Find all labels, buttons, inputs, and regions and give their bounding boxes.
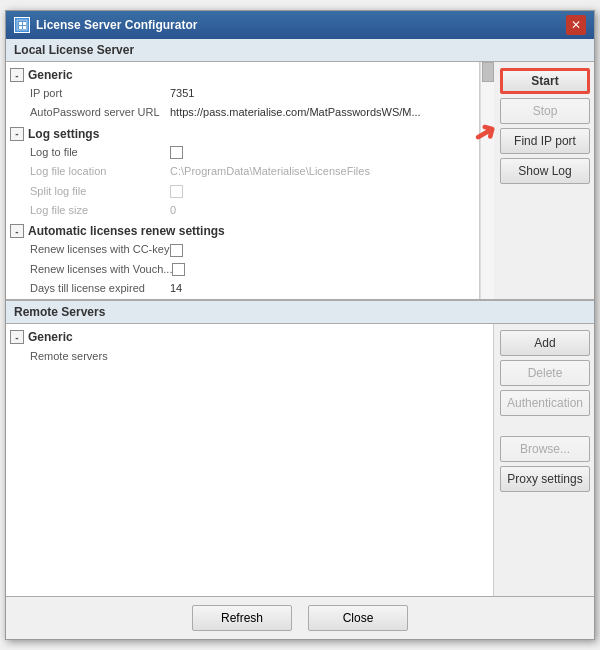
renew-vouch-row: Renew licenses with Vouch...	[10, 260, 475, 279]
log-settings-header[interactable]: - Log settings	[10, 125, 475, 143]
log-settings-group: - Log settings Log to file Log file loca…	[10, 125, 475, 221]
log-location-value: C:\ProgramData\Materialise\LicenseFiles	[170, 164, 370, 179]
local-content-area: - Generic IP port 7351 AutoPassword serv…	[6, 62, 594, 299]
main-window: License Server Configurator ✕ Local Lice…	[5, 10, 595, 640]
log-settings-label: Log settings	[28, 127, 99, 141]
generic-group: - Generic IP port 7351 AutoPassword serv…	[10, 66, 475, 123]
proxy-settings-button[interactable]: Proxy settings	[500, 466, 590, 492]
log-location-row: Log file location C:\ProgramData\Materia…	[10, 162, 475, 181]
authentication-button[interactable]: Authentication	[500, 390, 590, 416]
ip-port-value: 7351	[170, 86, 194, 101]
stop-button[interactable]: Stop	[500, 98, 590, 124]
local-settings-panel: - Generic IP port 7351 AutoPassword serv…	[6, 62, 480, 299]
remote-buttons-panel: Add Delete Authentication Browse... Prox…	[494, 324, 594, 596]
expand-icon-auto: -	[10, 224, 24, 238]
ip-port-row: IP port 7351	[10, 84, 475, 103]
autopassword-value: https://pass.materialise.com/MatPassword…	[170, 105, 421, 120]
spacer	[500, 420, 588, 432]
expand-icon-generic: -	[10, 68, 24, 82]
scrollbar[interactable]	[480, 62, 494, 299]
log-to-file-row: Log to file	[10, 143, 475, 162]
generic-group-label: Generic	[28, 68, 73, 82]
remote-generic-label: Generic	[28, 330, 73, 344]
renew-cc-checkbox[interactable]	[170, 244, 183, 257]
window-title: License Server Configurator	[36, 18, 566, 32]
remote-servers-row: Remote servers	[10, 346, 489, 366]
svg-rect-3	[19, 26, 22, 29]
log-location-label: Log file location	[30, 164, 170, 179]
autopassword-label: AutoPassword server URL	[30, 105, 170, 120]
auto-licenses-label: Automatic licenses renew settings	[28, 224, 225, 238]
auto-licenses-group: - Automatic licenses renew settings Rene…	[10, 222, 475, 298]
expand-icon-remote-generic: -	[10, 330, 24, 344]
show-log-button[interactable]: Show Log	[500, 158, 590, 184]
remote-settings-panel: - Generic Remote servers	[6, 324, 494, 596]
refresh-button[interactable]: Refresh	[192, 605, 292, 631]
generic-group-header[interactable]: - Generic	[10, 66, 475, 84]
remote-section: Remote Servers - Generic Remote servers	[6, 299, 594, 596]
start-button[interactable]: Start	[500, 68, 590, 94]
log-size-label: Log file size	[30, 203, 170, 218]
split-log-row: Split log file	[10, 182, 475, 201]
expand-icon-log: -	[10, 127, 24, 141]
local-buttons-panel: Start Stop Find IP port Show Log	[494, 62, 594, 299]
days-expired-value: 14	[170, 281, 182, 296]
days-expired-row: Days till license expired 14	[10, 279, 475, 298]
ip-port-label: IP port	[30, 86, 170, 101]
renew-cc-row: Renew licenses with CC-key	[10, 240, 475, 259]
svg-rect-1	[19, 22, 22, 25]
renew-cc-label: Renew licenses with CC-key	[30, 242, 170, 257]
autopassword-row: AutoPassword server URL https://pass.mat…	[10, 103, 475, 122]
title-bar: License Server Configurator ✕	[6, 11, 594, 39]
remote-servers-label: Remote servers	[30, 350, 130, 362]
delete-button[interactable]: Delete	[500, 360, 590, 386]
remote-generic-group: - Generic Remote servers	[10, 328, 489, 366]
renew-vouch-checkbox[interactable]	[172, 263, 185, 276]
log-to-file-label: Log to file	[30, 145, 170, 160]
close-button-footer[interactable]: Close	[308, 605, 408, 631]
renew-vouch-label: Renew licenses with Vouch...	[30, 262, 172, 277]
log-size-row: Log file size 0	[10, 201, 475, 220]
local-license-section: Local License Server - Generic IP port 7…	[6, 39, 594, 299]
auto-licenses-header[interactable]: - Automatic licenses renew settings	[10, 222, 475, 240]
remote-generic-header[interactable]: - Generic	[10, 328, 489, 346]
days-expired-label: Days till license expired	[30, 281, 170, 296]
find-ip-port-button[interactable]: Find IP port	[500, 128, 590, 154]
close-button[interactable]: ✕	[566, 15, 586, 35]
local-section-header: Local License Server	[6, 39, 594, 62]
split-log-checkbox[interactable]	[170, 185, 183, 198]
window-icon	[14, 17, 30, 33]
remote-content-area: - Generic Remote servers Add Delete Auth…	[6, 324, 594, 596]
log-size-value: 0	[170, 203, 176, 218]
content-area: Local License Server - Generic IP port 7…	[6, 39, 594, 596]
browse-button[interactable]: Browse...	[500, 436, 590, 462]
svg-rect-2	[23, 22, 26, 25]
log-to-file-checkbox[interactable]	[170, 146, 183, 159]
svg-rect-4	[23, 26, 26, 29]
add-button[interactable]: Add	[500, 330, 590, 356]
remote-section-header: Remote Servers	[6, 301, 594, 324]
split-log-label: Split log file	[30, 184, 170, 199]
footer: Refresh Close	[6, 596, 594, 639]
